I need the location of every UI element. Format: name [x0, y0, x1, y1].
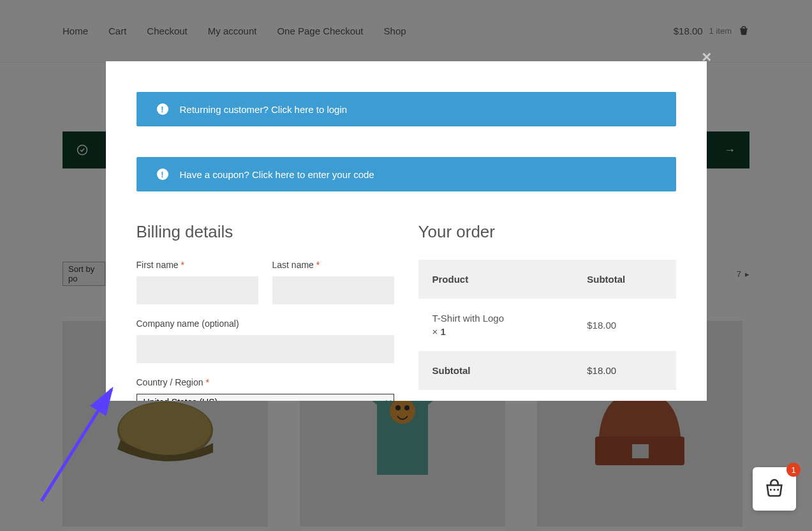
first-name-field[interactable] — [137, 276, 258, 304]
floating-cart-button[interactable]: 1 — [753, 467, 796, 511]
col-product: Product — [418, 260, 573, 299]
order-line-item: T-Shirt with Logo × 1 $18.00 — [418, 299, 676, 351]
order-table: Product Subtotal T-Shirt with Logo × 1 $… — [418, 260, 676, 390]
info-icon: ! — [157, 168, 168, 180]
company-label: Company name (optional) — [137, 318, 394, 329]
country-select[interactable]: United States (US) — [137, 394, 394, 401]
subtotal-value: $18.00 — [573, 351, 675, 390]
first-name-label: First name * — [137, 260, 258, 270]
info-icon: ! — [157, 103, 168, 115]
company-field[interactable] — [137, 335, 394, 363]
last-name-label: Last name * — [272, 260, 394, 270]
order-section: Your order Product Subtotal T-Shirt wi — [418, 222, 676, 401]
country-label: Country / Region * — [137, 377, 394, 387]
last-name-field[interactable] — [272, 276, 394, 304]
subtotal-label: Subtotal — [418, 351, 573, 390]
coupon-notice-text: Have a coupon? Click here to enter your … — [180, 169, 374, 180]
login-notice[interactable]: ! Returning customer? Click here to logi… — [137, 92, 676, 126]
col-subtotal: Subtotal — [573, 260, 675, 299]
line-qty: 1 — [440, 326, 445, 337]
line-price: $18.00 — [573, 299, 675, 351]
modal-overlay[interactable]: × ! Returning customer? Click here to lo… — [0, 0, 812, 531]
basket-icon — [764, 478, 785, 500]
close-button[interactable]: × — [702, 47, 711, 67]
order-title: Your order — [418, 222, 676, 242]
checkout-modal: × ! Returning customer? Click here to lo… — [106, 61, 707, 401]
order-subtotal-row: Subtotal $18.00 — [418, 351, 676, 390]
coupon-notice[interactable]: ! Have a coupon? Click here to enter you… — [137, 157, 676, 191]
billing-title: Billing details — [137, 222, 394, 242]
cart-badge: 1 — [786, 463, 801, 477]
billing-section: Billing details First name * Last name * — [137, 222, 394, 401]
modal-body: ! Returning customer? Click here to logi… — [106, 61, 707, 401]
login-notice-text: Returning customer? Click here to login — [180, 104, 348, 115]
line-name: T-Shirt with Logo — [432, 313, 505, 324]
